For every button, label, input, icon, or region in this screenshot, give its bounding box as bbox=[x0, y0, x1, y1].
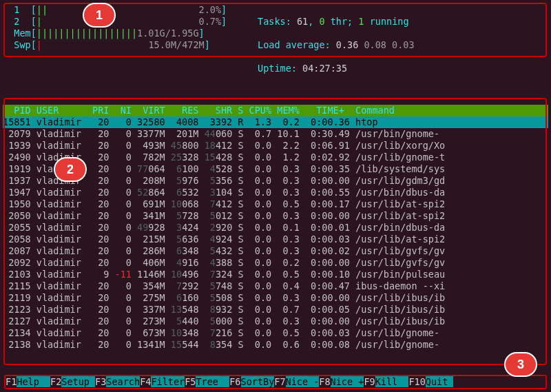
process-row[interactable]: 1950 vladimir 20 0 691M 10068 7412 S 0.0… bbox=[3, 198, 548, 210]
process-row[interactable]: 2079 vladimir 20 0 3377M 201M 44060 S 0.… bbox=[3, 128, 548, 140]
annotation-3: 3 bbox=[504, 352, 537, 377]
column-header[interactable]: PID USER PRI NI VIRT RES SHR S CPU% MEM%… bbox=[3, 105, 548, 116]
process-row[interactable]: 1939 vladimir 20 0 493M 45800 18412 S 0.… bbox=[3, 140, 548, 152]
annotation-2: 2 bbox=[54, 157, 87, 182]
process-row[interactable]: 2134 vladimir 20 0 673M 10348 7216 S 0.0… bbox=[3, 327, 548, 339]
process-list[interactable]: 15851 vladimir 20 0 32580 4008 3392 R 1.… bbox=[3, 116, 548, 351]
process-row[interactable]: 2119 vladimir 20 0 275M 6160 5508 S 0.0 … bbox=[3, 292, 548, 304]
cpu1-meter: 1 [|| 2.0%] bbox=[3, 4, 258, 16]
process-row[interactable]: 2092 vladimir 20 0 406M 4916 4388 S 0.0 … bbox=[3, 257, 548, 269]
cpu2-meter: 2 [| 0.7%] bbox=[3, 16, 258, 28]
process-row[interactable]: 1947 vladimir 20 0 52864 6532 3104 S 0.0… bbox=[3, 187, 548, 198]
terminal-window: 1 [|| 2.0%] 2 [| 0.7%] Mem[|||||||||||||… bbox=[0, 0, 551, 392]
process-row[interactable]: 2123 vladimir 20 0 337M 13548 8932 S 0.0… bbox=[3, 304, 548, 316]
process-row[interactable]: 2490 vladimir 20 0 782M 25328 15428 S 0.… bbox=[3, 152, 548, 163]
process-row[interactable]: 2055 vladimir 20 0 49928 3424 2920 S 0.0… bbox=[3, 222, 548, 234]
info-panel: Tasks: 61, 0 thr; 1 running Load average… bbox=[258, 4, 415, 98]
annotation-1: 1 bbox=[83, 3, 116, 28]
process-row[interactable]: 15851 vladimir 20 0 32580 4008 3392 R 1.… bbox=[3, 116, 548, 128]
process-row[interactable]: 2103 vladimir 9 -11 1146M 10496 7324 S 0… bbox=[3, 269, 548, 280]
process-row[interactable]: 2050 vladimir 20 0 341M 5728 5012 S 0.0 … bbox=[3, 210, 548, 222]
swp-meter: Swp[| 15.0M/472M] bbox=[3, 39, 258, 51]
fkey-bar[interactable]: F1Help F2Setup F3SearchF4FilterF5Tree F6… bbox=[4, 375, 547, 389]
process-row[interactable]: 2087 vladimir 20 0 286M 6348 5432 S 0.0 … bbox=[3, 245, 548, 257]
meters-panel: 1 [|| 2.0%] 2 [| 0.7%] Mem[|||||||||||||… bbox=[3, 4, 258, 98]
process-row[interactable]: 2115 vladimir 20 0 354M 7292 5748 S 0.0 … bbox=[3, 280, 548, 292]
process-row[interactable]: 2138 vladimir 20 0 1341M 15544 8354 S 0.… bbox=[3, 339, 548, 351]
process-row[interactable]: 2058 vladimir 20 0 215M 5636 4924 S 0.0 … bbox=[3, 234, 548, 245]
process-row[interactable]: 1937 vladimir 20 0 208M 5976 5356 S 0.0 … bbox=[3, 175, 548, 187]
process-row[interactable]: 2127 vladimir 20 0 273M 5440 5000 S 0.0 … bbox=[3, 316, 548, 327]
mem-meter: Mem[||||||||||||||||||1.01G/1.95G] bbox=[3, 28, 258, 39]
